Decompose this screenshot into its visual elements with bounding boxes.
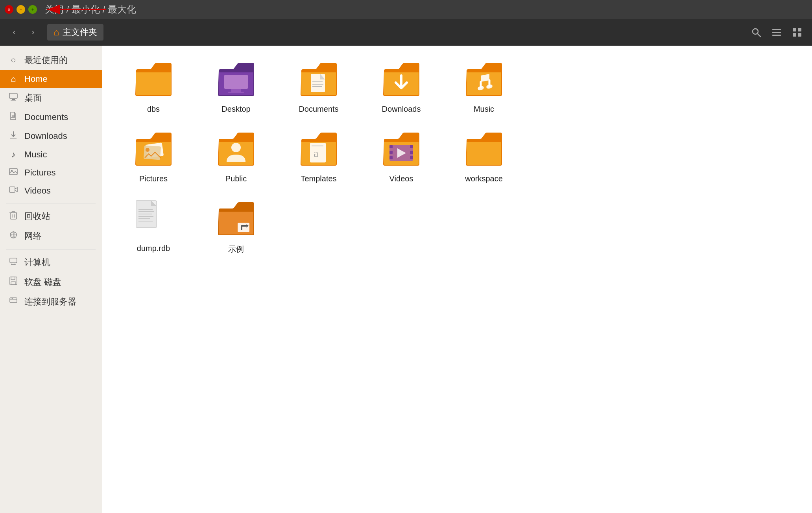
search-button[interactable] [747, 24, 765, 41]
svg-line-3 [758, 33, 761, 37]
svg-rect-6 [772, 35, 781, 36]
file-item-dump[interactable]: dump.rdb [114, 197, 193, 260]
file-item-public[interactable]: Public [197, 127, 275, 189]
sidebar-item-desktop[interactable]: 桌面 [0, 88, 102, 108]
file-item-downloads[interactable]: Downloads [362, 57, 441, 119]
content-area: dbs Desktop [102, 46, 812, 513]
sidebar-item-music[interactable]: ♪ Music [0, 146, 102, 164]
file-item-dbs[interactable]: dbs [114, 57, 193, 119]
svg-rect-13 [11, 100, 16, 101]
svg-rect-11 [9, 93, 17, 98]
sidebar: ○ 最近使用的 ⌂ Home 桌面 Documents Downloa [0, 46, 102, 513]
file-label-dump: dump.rdb [137, 244, 170, 253]
svg-rect-31 [10, 258, 17, 263]
file-grid: dbs Desktop [114, 57, 800, 260]
titlebar: × − + 关闭 / 最小化 / 最大化 [0, 0, 812, 19]
svg-rect-34 [11, 277, 15, 280]
close-button[interactable]: × [5, 5, 13, 14]
sidebar-label-music: Music [24, 149, 47, 160]
file-item-music[interactable]: Music [445, 57, 523, 119]
file-icon-dump [135, 202, 172, 240]
svg-text:a: a [314, 147, 319, 159]
file-item-desktop[interactable]: Desktop [197, 57, 275, 119]
svg-rect-61 [389, 151, 393, 154]
sidebar-label-floppy: 软盘 磁盘 [24, 276, 61, 288]
folder-icon-documents [300, 63, 338, 101]
grid-view-icon [792, 27, 802, 37]
svg-rect-14 [11, 112, 15, 118]
folder-icon-public [217, 133, 255, 170]
minimize-button[interactable]: − [17, 5, 25, 14]
sidebar-item-pictures[interactable]: Pictures [0, 164, 102, 182]
computer-sidebar-icon [8, 257, 19, 268]
svg-rect-41 [231, 89, 241, 92]
location-bar[interactable]: ⌂ 主文件夹 [47, 24, 103, 41]
back-button[interactable]: ‹ [6, 24, 22, 40]
sidebar-label-trash: 回收站 [24, 210, 50, 222]
svg-point-38 [11, 298, 11, 299]
svg-rect-5 [772, 32, 781, 33]
svg-rect-8 [798, 28, 801, 31]
home-sidebar-icon: ⌂ [8, 74, 19, 84]
sidebar-item-documents[interactable]: Documents [0, 108, 102, 127]
folder-icon-desktop [217, 63, 255, 101]
sidebar-item-downloads[interactable]: Downloads [0, 127, 102, 146]
grid-view-button[interactable] [788, 24, 806, 41]
file-item-workspace[interactable]: workspace [445, 127, 523, 189]
folder-icon-example [217, 202, 255, 240]
connect-sidebar-icon [8, 296, 19, 307]
sidebar-item-trash[interactable]: 回收站 [0, 207, 102, 226]
svg-rect-4 [772, 29, 781, 30]
file-item-templates[interactable]: a Templates [279, 127, 358, 189]
svg-rect-65 [410, 156, 413, 159]
list-view-icon [771, 27, 782, 37]
sidebar-item-computer[interactable]: 计算机 [0, 253, 102, 272]
file-item-example[interactable]: 示例 [197, 197, 275, 260]
svg-rect-10 [798, 33, 801, 37]
sidebar-label-desktop: 桌面 [24, 92, 42, 104]
sidebar-item-connect[interactable]: 连接到服务器 [0, 292, 102, 312]
svg-point-39 [12, 298, 13, 299]
list-view-button[interactable] [768, 24, 785, 41]
sidebar-item-floppy[interactable]: 软盘 磁盘 [0, 272, 102, 292]
title-label: 关闭 / 最小化 / 最大化 [45, 3, 136, 16]
folder-icon-workspace [465, 133, 503, 170]
sidebar-item-network[interactable]: 网络 [0, 226, 102, 246]
file-item-documents[interactable]: Documents [279, 57, 358, 119]
sidebar-item-recent[interactable]: ○ 最近使用的 [0, 50, 102, 70]
svg-rect-9 [793, 33, 796, 37]
folder-icon-music [465, 63, 503, 101]
pictures-sidebar-icon [8, 168, 19, 178]
sidebar-label-pictures: Pictures [24, 168, 55, 178]
svg-rect-64 [410, 151, 413, 154]
search-icon [751, 27, 761, 37]
sidebar-item-videos[interactable]: Videos [0, 182, 102, 200]
forward-button[interactable]: › [25, 24, 41, 40]
sidebar-divider-2 [6, 249, 96, 249]
svg-rect-53 [144, 146, 161, 160]
window-controls: × − + [5, 5, 37, 14]
floppy-sidebar-icon [8, 277, 19, 288]
sidebar-item-home[interactable]: ⌂ Home [0, 70, 102, 88]
file-label-templates: Templates [301, 174, 336, 183]
toolbar: ‹ › ⌂ 主文件夹 [0, 19, 812, 46]
svg-rect-12 [12, 99, 15, 100]
folder-icon-downloads [382, 63, 420, 101]
sidebar-divider-1 [6, 203, 96, 203]
file-label-example: 示例 [228, 244, 244, 255]
svg-rect-21 [9, 187, 15, 192]
file-label-music: Music [474, 105, 494, 114]
maximize-button[interactable]: + [28, 5, 37, 14]
folder-icon-pictures [135, 133, 172, 170]
svg-rect-7 [793, 28, 796, 31]
file-item-pictures[interactable]: Pictures [114, 127, 193, 189]
sidebar-label-home: Home [24, 74, 48, 84]
trash-sidebar-icon [8, 211, 19, 222]
file-item-videos[interactable]: Videos [362, 127, 441, 189]
home-icon: ⌂ [54, 27, 59, 38]
svg-rect-42 [228, 92, 244, 93]
file-label-videos: Videos [389, 174, 413, 183]
folder-icon-videos [382, 133, 420, 170]
downloads-sidebar-icon [8, 131, 19, 142]
documents-sidebar-icon [8, 112, 19, 123]
